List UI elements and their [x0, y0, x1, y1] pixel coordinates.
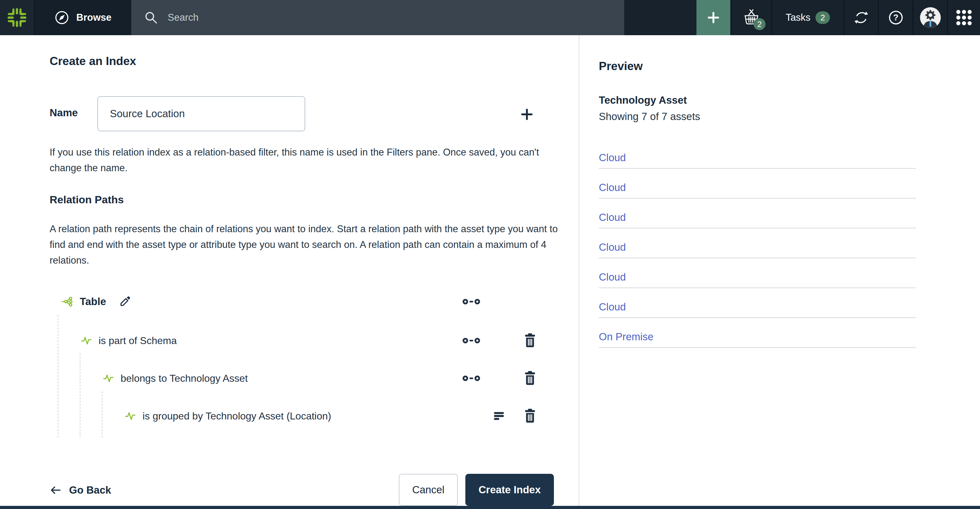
list-item: Cloud	[599, 199, 916, 228]
list-item: Cloud	[599, 169, 916, 199]
compass-icon	[54, 10, 69, 25]
add-relation-path-button[interactable]	[517, 105, 536, 124]
delete-relation-button[interactable]	[522, 371, 538, 386]
name-label: Name	[49, 107, 78, 119]
relation-activity-icon	[103, 373, 114, 384]
go-back-label: Go Back	[69, 484, 111, 496]
attribute-type-button[interactable]	[492, 411, 506, 421]
question-circle-icon: ?	[888, 10, 904, 26]
relation-row: is part of Schema	[49, 330, 580, 351]
name-help-text: If you use this relation index as a rela…	[49, 145, 571, 176]
asset-link[interactable]: Cloud	[599, 152, 626, 164]
go-back-button[interactable]: Go Back	[49, 474, 111, 506]
bottom-window-edge	[0, 506, 980, 509]
pencil-icon	[118, 295, 131, 308]
preview-showing-count: Showing 7 of 7 assets	[599, 111, 700, 123]
asset-link[interactable]: Cloud	[599, 211, 626, 223]
preview-title: Preview	[599, 60, 643, 73]
create-index-button[interactable]: Create Index	[465, 474, 554, 506]
cancel-button[interactable]: Cancel	[399, 474, 458, 506]
global-search-bar[interactable]	[131, 0, 624, 35]
create-index-form: Create an Index Name If you use this rel…	[0, 35, 579, 506]
user-menu-button[interactable]	[913, 0, 947, 35]
help-button[interactable]: ?	[878, 0, 913, 35]
tasks-nav-item[interactable]: Tasks 2	[771, 0, 843, 35]
relation-type-button[interactable]	[462, 297, 481, 306]
sync-arrows-icon	[853, 9, 870, 26]
delete-relation-button[interactable]	[522, 409, 538, 423]
list-item: Cloud	[599, 228, 916, 258]
topbar-spacer	[624, 0, 697, 35]
tasks-count-badge: 2	[816, 11, 830, 24]
asset-link[interactable]: On Premise	[599, 331, 654, 343]
root-asset-row: Table	[49, 292, 580, 312]
list-item: On Premise	[599, 318, 916, 348]
trash-icon	[523, 409, 537, 423]
relation-row: belongs to Technology Asset	[49, 368, 580, 388]
search-icon	[144, 10, 158, 25]
plus-icon	[706, 10, 721, 26]
relation-nodes-icon	[462, 373, 480, 383]
browse-label: Browse	[76, 12, 111, 23]
app-logo-button[interactable]	[0, 0, 35, 35]
page-content: Create an Index Name If you use this rel…	[0, 35, 980, 506]
list-item: Cloud	[599, 258, 916, 288]
search-input[interactable]	[168, 12, 544, 23]
relation-nodes-icon	[462, 336, 480, 345]
relation-type-button[interactable]	[462, 336, 481, 345]
list-item: Cloud	[599, 139, 916, 169]
asset-link[interactable]: Cloud	[599, 182, 626, 193]
svg-text:?: ?	[893, 13, 898, 22]
attribute-lines-icon	[493, 411, 506, 421]
relation-label: belongs to Technology Asset	[121, 373, 248, 384]
collibra-logo-icon	[6, 7, 27, 28]
relation-paths-title: Relation Paths	[49, 193, 124, 206]
browse-nav-item[interactable]: Browse	[35, 0, 131, 35]
relation-paths-description: A relation path represents the chain of …	[49, 221, 573, 268]
preview-panel: Preview Technology Asset Showing 7 of 7 …	[580, 35, 980, 506]
shopping-basket-button[interactable]: 2	[730, 0, 771, 35]
page-title: Create an Index	[49, 55, 136, 68]
arrow-left-icon	[49, 485, 62, 495]
asset-link[interactable]: Cloud	[599, 301, 626, 313]
plus-icon	[519, 106, 535, 123]
relation-path-tree: Table	[49, 283, 580, 444]
application-window: Browse	[0, 0, 980, 509]
relation-label: is part of Schema	[99, 335, 177, 346]
index-name-input[interactable]	[97, 96, 305, 131]
asset-relation-node-icon	[62, 296, 73, 307]
top-navigation-bar: Browse	[0, 0, 980, 35]
asset-link[interactable]: Cloud	[599, 271, 626, 283]
root-asset-label: Table	[80, 296, 106, 308]
avatar	[920, 7, 941, 28]
trash-icon	[523, 371, 537, 386]
list-item: Cloud	[599, 288, 916, 318]
tasks-label: Tasks	[786, 12, 810, 23]
relation-type-button[interactable]	[462, 373, 481, 383]
edit-root-asset-button[interactable]	[118, 295, 131, 308]
preview-asset-list: Cloud Cloud Cloud Cloud Cloud Cloud	[599, 139, 916, 348]
relation-row: is grouped by Technology Asset (Location…	[49, 406, 580, 426]
asset-link[interactable]: Cloud	[599, 241, 626, 253]
delete-relation-button[interactable]	[522, 333, 538, 348]
relation-activity-icon	[125, 411, 136, 421]
trash-icon	[523, 333, 537, 348]
grid-dots-icon	[956, 9, 972, 26]
relation-label: is grouped by Technology Asset (Location…	[143, 410, 331, 422]
relation-nodes-icon	[462, 297, 480, 306]
create-button[interactable]	[697, 0, 730, 35]
preview-asset-type: Technology Asset	[599, 94, 687, 106]
app-grid-button[interactable]	[947, 0, 980, 35]
basket-count-badge: 2	[754, 18, 765, 30]
relation-activity-icon	[81, 335, 92, 346]
sync-button[interactable]	[843, 0, 878, 35]
